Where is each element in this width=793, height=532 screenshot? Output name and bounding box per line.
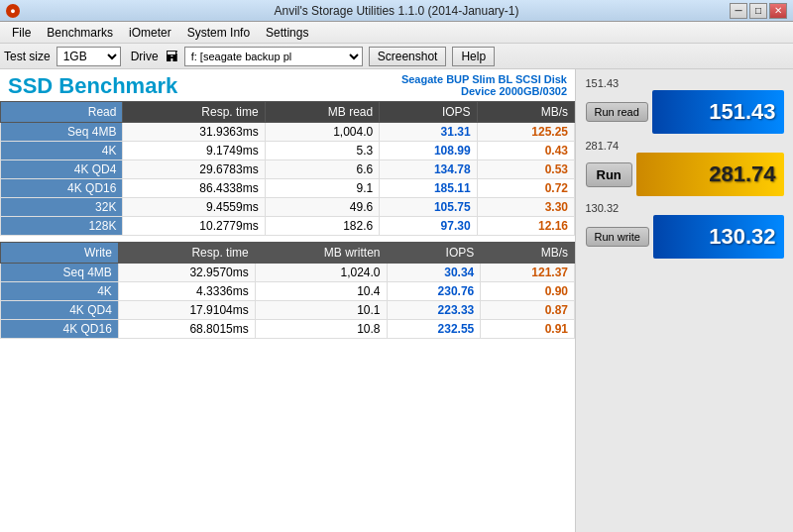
read-row-label: 4K QD16 xyxy=(1,179,123,198)
close-button[interactable]: ✕ xyxy=(769,3,787,19)
menu-file[interactable]: File xyxy=(4,22,39,43)
read-header-row: Read Resp. time MB read IOPS MB/s xyxy=(1,102,575,123)
col-resp-time: Resp. time xyxy=(123,102,265,123)
read-score-number: 151.43 xyxy=(709,99,775,125)
read-mb: 9.1 xyxy=(265,179,380,198)
read-iops: 108.99 xyxy=(380,142,477,160)
read-resp: 9.4559ms xyxy=(123,198,265,217)
read-row: 4K QD16 86.4338ms 9.1 185.11 0.72 xyxy=(1,179,575,198)
col-iops: IOPS xyxy=(380,102,477,123)
menu-system-info[interactable]: System Info xyxy=(179,22,258,43)
total-score-block: 281.74 Run 281.74 xyxy=(586,140,784,196)
run-read-button[interactable]: Run read xyxy=(586,102,648,122)
read-mbs: 3.30 xyxy=(477,198,574,217)
total-score-display: 281.74 xyxy=(636,153,784,196)
run-button[interactable]: Run xyxy=(586,162,632,187)
col-mbs-w: MB/s xyxy=(481,243,575,264)
read-mb: 182.6 xyxy=(265,217,380,236)
col-mb-read: MB read xyxy=(265,102,380,123)
read-row: 4K QD4 29.6783ms 6.6 134.78 0.53 xyxy=(1,160,575,179)
drive-label: Drive xyxy=(131,50,159,63)
menu-settings[interactable]: Settings xyxy=(258,22,316,43)
write-mbs: 121.37 xyxy=(481,264,575,282)
right-panel: 151.43 Run read 151.43 281.74 Run 281.74… xyxy=(575,69,793,532)
read-resp: 31.9363ms xyxy=(123,123,265,142)
screenshot-button[interactable]: Screenshot xyxy=(369,47,447,66)
read-mb: 49.6 xyxy=(265,198,380,217)
run-write-button[interactable]: Run write xyxy=(586,227,649,247)
benchmark-area: SSD Benchmark Seagate BUP Slim BL SCSI D… xyxy=(0,69,575,532)
read-row: 4K 9.1749ms 5.3 108.99 0.43 xyxy=(1,142,575,160)
write-mb: 10.4 xyxy=(255,282,387,301)
read-row-label: 128K xyxy=(1,217,123,236)
read-score-label: 151.43 xyxy=(586,77,784,89)
title-bar: ● Anvil's Storage Utilities 1.1.0 (2014-… xyxy=(0,0,793,22)
test-size-select[interactable]: 1GB 4GB 100MB xyxy=(57,47,121,66)
col-write: Write xyxy=(1,243,119,264)
read-mbs: 0.72 xyxy=(477,179,574,198)
write-mb: 10.8 xyxy=(255,320,387,339)
read-iops: 105.75 xyxy=(380,198,477,217)
ssd-title: SSD Benchmark xyxy=(8,73,177,99)
read-iops: 31.31 xyxy=(380,123,477,142)
write-score-label: 130.32 xyxy=(586,202,784,214)
read-resp: 29.6783ms xyxy=(123,160,265,179)
menu-iometer[interactable]: iOmeter xyxy=(121,22,179,43)
drive-info-line1: Seagate BUP Slim BL SCSI Disk xyxy=(401,73,567,85)
write-row-label: 4K xyxy=(1,282,119,301)
read-mbs: 0.43 xyxy=(477,142,574,160)
read-mbs: 0.53 xyxy=(477,160,574,179)
read-table: Read Resp. time MB read IOPS MB/s Seq 4M… xyxy=(0,101,575,236)
col-read: Read xyxy=(1,102,123,123)
read-row-label: Seq 4MB xyxy=(1,123,123,142)
read-score-block: 151.43 Run read 151.43 xyxy=(586,77,784,134)
read-iops: 134.78 xyxy=(380,160,477,179)
col-resp-time-w: Resp. time xyxy=(118,243,255,264)
drive-info: Seagate BUP Slim BL SCSI Disk Device 200… xyxy=(401,73,567,97)
ssd-header: SSD Benchmark Seagate BUP Slim BL SCSI D… xyxy=(0,69,575,101)
write-mbs: 0.91 xyxy=(481,320,575,339)
write-mbs: 0.87 xyxy=(481,301,575,320)
write-score-display: 130.32 xyxy=(653,215,784,259)
maximize-button[interactable]: □ xyxy=(749,3,767,19)
write-mb: 1,024.0 xyxy=(255,264,387,282)
write-mb: 10.1 xyxy=(255,301,387,320)
write-header-row: Write Resp. time MB written IOPS MB/s xyxy=(1,243,575,264)
help-button[interactable]: Help xyxy=(452,47,495,66)
write-table: Write Resp. time MB written IOPS MB/s Se… xyxy=(0,242,575,339)
write-score-block: 130.32 Run write 130.32 xyxy=(586,202,784,259)
test-size-label: Test size xyxy=(4,50,51,63)
read-resp: 86.4338ms xyxy=(123,179,265,198)
read-row-label: 4K QD4 xyxy=(1,160,123,179)
window-title: Anvil's Storage Utilities 1.1.0 (2014-Ja… xyxy=(0,4,793,18)
write-score-number: 130.32 xyxy=(709,224,775,250)
total-score-inner: Run 281.74 xyxy=(586,153,784,196)
write-resp: 4.3336ms xyxy=(118,282,255,301)
write-score-inner: Run write 130.32 xyxy=(586,215,784,259)
drive-select[interactable]: f: [seagate backup pl xyxy=(184,47,363,66)
read-resp: 10.2779ms xyxy=(123,217,265,236)
write-resp: 32.9570ms xyxy=(118,264,255,282)
write-row: Seq 4MB 32.9570ms 1,024.0 30.34 121.37 xyxy=(1,264,575,282)
write-iops: 223.33 xyxy=(387,301,481,320)
write-mbs: 0.90 xyxy=(481,282,575,301)
read-mb: 5.3 xyxy=(265,142,380,160)
read-row-label: 32K xyxy=(1,198,123,217)
read-row: 128K 10.2779ms 182.6 97.30 12.16 xyxy=(1,217,575,236)
menu-benchmarks[interactable]: Benchmarks xyxy=(39,22,121,43)
write-row: 4K 4.3336ms 10.4 230.76 0.90 xyxy=(1,282,575,301)
read-row: 32K 9.4559ms 49.6 105.75 3.30 xyxy=(1,198,575,217)
col-mbs: MB/s xyxy=(477,102,574,123)
col-iops-w: IOPS xyxy=(387,243,481,264)
minimize-button[interactable]: ─ xyxy=(730,3,747,19)
main-content: SSD Benchmark Seagate BUP Slim BL SCSI D… xyxy=(0,69,793,532)
write-resp: 17.9104ms xyxy=(118,301,255,320)
read-mb: 1,004.0 xyxy=(265,123,380,142)
read-iops: 97.30 xyxy=(380,217,477,236)
col-mb-written: MB written xyxy=(255,243,387,264)
write-row: 4K QD4 17.9104ms 10.1 223.33 0.87 xyxy=(1,301,575,320)
write-iops: 30.34 xyxy=(387,264,481,282)
read-mb: 6.6 xyxy=(265,160,380,179)
drive-icon: 🖬 xyxy=(165,49,178,64)
read-row-label: 4K xyxy=(1,142,123,160)
